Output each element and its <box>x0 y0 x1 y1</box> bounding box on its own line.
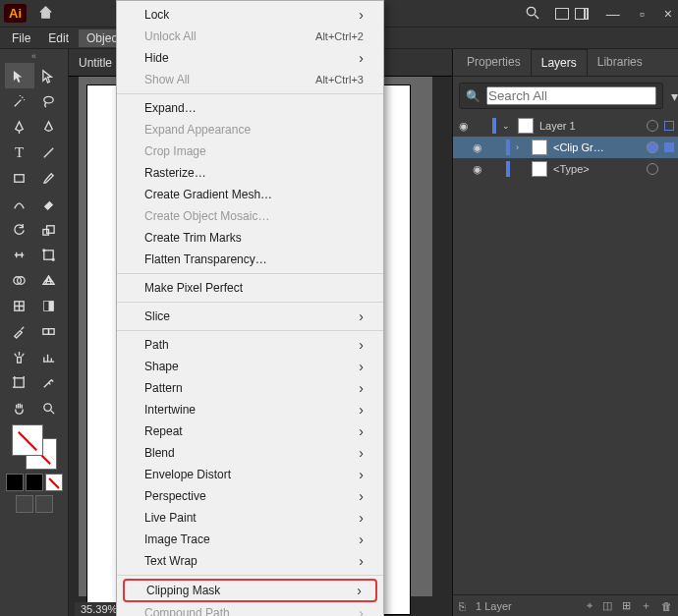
free-transform-tool[interactable] <box>34 242 64 267</box>
eyedropper-tool[interactable] <box>5 318 34 344</box>
menu-pixel-perfect[interactable]: Make Pixel Perfect <box>117 277 383 299</box>
menu-shape[interactable]: Shape <box>117 356 383 377</box>
arrange-documents-icon[interactable] <box>555 8 589 20</box>
menu-lock[interactable]: Lock <box>117 4 383 26</box>
blend-tool[interactable] <box>34 318 64 344</box>
zoom-tool[interactable] <box>34 395 64 420</box>
layers-search[interactable]: 🔍 <box>459 83 663 109</box>
menu-slice[interactable]: Slice <box>117 306 383 327</box>
svg-rect-3 <box>43 229 49 235</box>
column-graph-tool[interactable] <box>34 344 64 369</box>
artboard-tool[interactable] <box>5 369 34 395</box>
search-icon[interactable] <box>525 5 539 23</box>
hand-tool[interactable] <box>5 395 34 420</box>
menu-trim-marks[interactable]: Create Trim Marks <box>117 227 383 249</box>
magic-wand-tool[interactable] <box>5 88 34 114</box>
type-tool[interactable]: T <box>5 140 34 165</box>
visibility-icon[interactable]: ◉ <box>457 120 471 133</box>
layer-row[interactable]: ◉ <Type> <box>453 158 678 180</box>
menu-text-wrap[interactable]: Text Wrap <box>117 550 383 572</box>
svg-rect-15 <box>18 357 22 363</box>
width-tool[interactable] <box>5 242 34 267</box>
new-layer-icon[interactable]: ＋ <box>641 598 651 613</box>
color-mode-swatches[interactable] <box>6 474 63 491</box>
paintbrush-tool[interactable] <box>34 165 64 191</box>
menu-path[interactable]: Path <box>117 334 383 356</box>
selection-tool[interactable] <box>5 63 34 88</box>
layer-name[interactable]: <Type> <box>553 163 641 175</box>
gradient-tool[interactable] <box>34 293 64 318</box>
maximize-button[interactable]: ▫ <box>638 6 647 22</box>
menu-expand[interactable]: Expand… <box>117 97 383 119</box>
layer-thumbnail <box>518 118 534 134</box>
symbol-sprayer-tool[interactable] <box>5 344 34 369</box>
delete-layer-icon[interactable]: 🗑 <box>661 600 672 612</box>
menu-image-trace[interactable]: Image Trace <box>117 529 383 550</box>
menu-file[interactable]: File <box>4 29 38 47</box>
locate-object-icon[interactable]: ⌖ <box>587 599 593 612</box>
object-menu: Lock Unlock AllAlt+Ctrl+2 Hide Show AllA… <box>116 0 384 616</box>
menu-live-paint[interactable]: Live Paint <box>117 507 383 529</box>
menu-pattern[interactable]: Pattern <box>117 377 383 399</box>
layer-name[interactable]: Layer 1 <box>539 120 641 132</box>
tab-properties[interactable]: Properties <box>457 49 531 76</box>
menu-compound-path: Compound Path <box>117 602 383 616</box>
curvature-tool[interactable] <box>34 114 64 140</box>
perspective-grid-tool[interactable] <box>34 267 64 293</box>
menu-envelope-distort[interactable]: Envelope Distort <box>117 464 383 485</box>
menu-clipping-mask[interactable]: Clipping Mask <box>123 579 377 602</box>
filter-icon[interactable]: ▾ <box>671 88 678 104</box>
layer-name[interactable]: <Clip Gr… <box>553 141 641 153</box>
layer-row[interactable]: ◉ › <Clip Gr… <box>453 137 678 158</box>
tab-layers[interactable]: Layers <box>531 49 588 76</box>
direct-selection-tool[interactable] <box>34 63 64 88</box>
scale-tool[interactable] <box>34 216 64 242</box>
toolbar-handle-icon[interactable]: « <box>31 49 36 63</box>
disclosure-icon[interactable]: › <box>516 142 526 152</box>
menu-flatten-transparency[interactable]: Flatten Transparency… <box>117 249 383 270</box>
svg-point-7 <box>52 258 54 260</box>
close-button[interactable]: × <box>662 6 674 22</box>
menu-repeat[interactable]: Repeat <box>117 420 383 442</box>
mesh-tool[interactable] <box>5 293 34 318</box>
lasso-tool[interactable] <box>34 88 64 114</box>
selection-indicator <box>664 142 674 152</box>
rotate-tool[interactable] <box>5 216 34 242</box>
minimize-button[interactable]: — <box>604 6 622 22</box>
menu-gradient-mesh[interactable]: Create Gradient Mesh… <box>117 184 383 205</box>
disclosure-icon[interactable]: ⌄ <box>502 121 512 131</box>
rectangle-tool[interactable] <box>5 165 34 191</box>
menu-rasterize[interactable]: Rasterize… <box>117 162 383 184</box>
target-icon[interactable] <box>647 163 658 175</box>
app-badge: Ai <box>4 4 27 23</box>
menu-object-mosaic: Create Object Mosaic… <box>117 205 383 227</box>
layer-filter-icon[interactable]: ⎘ <box>459 600 466 612</box>
layers-footer: ⎘ 1 Layer ⌖ ◫ ⊞ ＋ 🗑 <box>453 594 678 616</box>
screen-mode-icons[interactable] <box>16 495 53 513</box>
menu-hide[interactable]: Hide <box>117 47 383 69</box>
menu-perspective[interactable]: Perspective <box>117 485 383 507</box>
visibility-icon[interactable]: ◉ <box>471 141 484 154</box>
visibility-icon[interactable]: ◉ <box>471 163 484 176</box>
make-clip-mask-icon[interactable]: ◫ <box>602 599 612 612</box>
layers-search-input[interactable] <box>486 86 656 105</box>
fill-swatch[interactable] <box>12 424 43 456</box>
slice-tool[interactable] <box>34 369 64 395</box>
menu-blend[interactable]: Blend <box>117 442 383 464</box>
layer-color-rail <box>506 140 510 155</box>
pen-tool[interactable] <box>5 114 34 140</box>
menu-edit[interactable]: Edit <box>40 29 77 47</box>
menu-intertwine[interactable]: Intertwine <box>117 399 383 420</box>
svg-point-1 <box>44 96 53 103</box>
shape-builder-tool[interactable] <box>5 267 34 293</box>
target-icon[interactable] <box>647 120 658 132</box>
tab-libraries[interactable]: Libraries <box>588 49 652 76</box>
target-icon[interactable] <box>647 141 658 153</box>
new-sublayer-icon[interactable]: ⊞ <box>622 599 631 612</box>
shaper-tool[interactable] <box>5 191 34 216</box>
eraser-tool[interactable] <box>34 191 64 216</box>
line-tool[interactable] <box>34 140 64 165</box>
layer-row[interactable]: ◉ ⌄ Layer 1 <box>453 115 678 137</box>
home-icon[interactable] <box>38 5 53 23</box>
fill-stroke-swatch[interactable] <box>12 424 57 470</box>
